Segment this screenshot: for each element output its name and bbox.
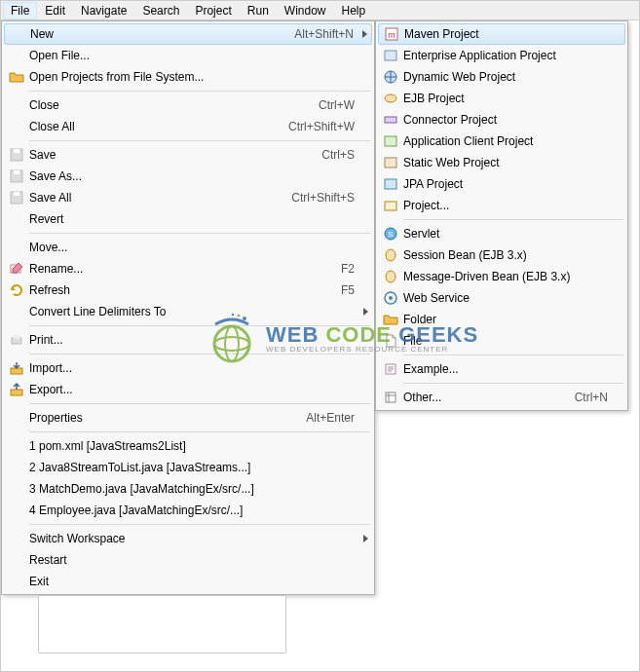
refresh-icon xyxy=(4,282,29,298)
connector-icon xyxy=(378,112,403,128)
file-menu-item-close-all[interactable]: Close AllCtrl+Shift+W xyxy=(4,116,372,137)
file-menu-item-2-java8streamtolist-java-javastreams[interactable]: 2 Java8StreamToList.java [JavaStreams...… xyxy=(4,457,372,478)
menu-item-label: 2 Java8StreamToList.java [JavaStreams...… xyxy=(29,461,355,474)
menu-item-label: Web Service xyxy=(403,291,608,305)
new-menu-item-file[interactable]: File xyxy=(378,330,625,352)
file-menu-item-save-all[interactable]: Save AllCtrl+Shift+S xyxy=(4,187,372,208)
file-menu-item-properties[interactable]: PropertiesAlt+Enter xyxy=(4,407,372,429)
file-menu-item-switch-workspace[interactable]: Switch Workspace xyxy=(4,528,372,549)
menu-item-label: New xyxy=(30,27,275,41)
new-menu-item-folder[interactable]: Folder xyxy=(378,309,625,330)
file-menu-item-4-employee-java-javamatchingex-src[interactable]: 4 Employee.java [JavaMatchingEx/src/...] xyxy=(4,500,372,521)
file-menu-item-revert[interactable]: Revert xyxy=(4,208,372,230)
menubar-item-project[interactable]: Project xyxy=(187,2,239,19)
menu-separator xyxy=(403,219,623,220)
new-menu-item-dynamic-web-project[interactable]: Dynamic Web Project xyxy=(378,66,625,88)
file-menu-item-1-pom-xml-javastreams2list[interactable]: 1 pom.xml [JavaStreams2List] xyxy=(4,435,372,457)
menubar-item-navigate[interactable]: Navigate xyxy=(73,2,134,19)
menu-separator xyxy=(29,233,370,234)
new-menu-item-enterprise-application-project[interactable]: Enterprise Application Project xyxy=(378,45,625,66)
menu-item-shortcut: Ctrl+S xyxy=(321,148,355,162)
new-menu-item-ejb-project[interactable]: EJB Project xyxy=(378,88,625,109)
new-menu-item-application-client-project[interactable]: Application Client Project xyxy=(378,131,625,152)
panel xyxy=(38,595,286,653)
menu-separator xyxy=(29,325,370,326)
menu-item-label: Connector Project xyxy=(403,113,608,127)
menu-item-shortcut: Ctrl+N xyxy=(575,391,608,404)
menu-item-label: File xyxy=(403,334,608,348)
menu-item-label: Restart xyxy=(29,553,355,567)
new-menu-item-message-driven-bean-ejb-3-x[interactable]: Message-Driven Bean (EJB 3.x) xyxy=(378,266,625,287)
svg-rect-10 xyxy=(11,390,22,395)
new-menu-item-project[interactable]: Project... xyxy=(378,195,625,216)
folder-open-icon xyxy=(4,69,29,85)
file-menu-item-rename[interactable]: Rename...F2 xyxy=(4,258,372,280)
menubar-item-file[interactable]: File xyxy=(3,2,37,19)
file-menu-item-export[interactable]: Export... xyxy=(4,379,372,400)
menubar-item-help[interactable]: Help xyxy=(334,2,374,19)
menu-item-label: Maven Project xyxy=(404,27,607,41)
file-menu-item-refresh[interactable]: RefreshF5 xyxy=(4,280,372,301)
file-menu-item-3-matchdemo-java-javamatchingex-src[interactable]: 3 MatchDemo.java [JavaMatchingEx/src/...… xyxy=(4,478,372,500)
menu-item-shortcut: Alt+Shift+N xyxy=(294,27,354,41)
file-menu-item-import[interactable]: Import... xyxy=(4,357,372,379)
new-menu-item-servlet[interactable]: SServlet xyxy=(378,223,625,244)
new-menu-item-session-bean-ejb-3-x[interactable]: Session Bean (EJB 3.x) xyxy=(378,244,625,266)
menu-item-label: Export... xyxy=(29,383,355,396)
maven-icon: m xyxy=(379,26,404,42)
ejb-icon xyxy=(378,91,403,106)
file-menu-item-convert-line-delimiters-to[interactable]: Convert Line Delimiters To xyxy=(4,301,372,322)
menubar-item-run[interactable]: Run xyxy=(240,2,277,19)
new-menu-item-example[interactable]: Example... xyxy=(378,358,625,380)
new-menu-item-web-service[interactable]: Web Service xyxy=(378,287,625,309)
file-menu-item-open-file[interactable]: Open File... xyxy=(4,45,372,66)
menu-separator xyxy=(403,383,623,384)
new-menu-item-jpa-project[interactable]: JPA Project xyxy=(378,173,625,195)
svg-point-15 xyxy=(385,94,396,102)
svg-point-23 xyxy=(386,249,395,261)
menu-item-label: Open Projects from File System... xyxy=(29,70,355,84)
menubar-item-edit[interactable]: Edit xyxy=(37,2,73,19)
save-disabled-icon xyxy=(4,147,29,163)
menu-item-label: Project... xyxy=(403,199,608,212)
menu-item-shortcut: Ctrl+W xyxy=(319,98,355,112)
file-menu-item-open-projects-from-file-system[interactable]: Open Projects from File System... xyxy=(4,66,372,88)
file-menu-item-print[interactable]: Print... xyxy=(4,329,372,351)
menu-item-label: Open File... xyxy=(29,49,355,62)
svg-rect-28 xyxy=(386,392,395,402)
svg-rect-17 xyxy=(385,136,396,146)
file-menu-item-new[interactable]: NewAlt+Shift+N xyxy=(4,23,372,45)
webservice-icon xyxy=(378,290,403,306)
project-icon xyxy=(378,198,403,213)
new-menu-item-other[interactable]: Other...Ctrl+N xyxy=(378,387,625,408)
menubar-item-window[interactable]: Window xyxy=(277,2,334,19)
file-menu-item-restart[interactable]: Restart xyxy=(4,549,372,571)
file-menu-item-close[interactable]: CloseCtrl+W xyxy=(4,94,372,116)
menu-item-shortcut: Ctrl+Shift+W xyxy=(288,120,355,133)
menu-item-label: Properties xyxy=(29,411,286,425)
svg-rect-13 xyxy=(385,51,396,60)
file-menu-item-move[interactable]: Move... xyxy=(4,237,372,258)
submenu-arrow-icon xyxy=(363,308,368,316)
file-menu-item-exit[interactable]: Exit xyxy=(4,571,372,592)
menu-item-label: Rename... xyxy=(29,262,321,276)
new-menu-item-static-web-project[interactable]: Static Web Project xyxy=(378,152,625,173)
new-menu-item-connector-project[interactable]: Connector Project xyxy=(378,109,625,131)
menu-item-label: Enterprise Application Project xyxy=(403,49,608,62)
svg-text:m: m xyxy=(388,30,395,40)
file-menu-item-save[interactable]: SaveCtrl+S xyxy=(4,144,372,166)
menubar-item-search[interactable]: Search xyxy=(134,2,187,19)
svg-rect-19 xyxy=(385,179,396,189)
file-menu-item-save-as[interactable]: Save As... xyxy=(4,166,372,187)
print-disabled-icon xyxy=(4,332,29,348)
folder-icon xyxy=(378,312,403,327)
menu-item-shortcut: Ctrl+Shift+S xyxy=(291,191,355,205)
menu-item-label: 1 pom.xml [JavaStreams2List] xyxy=(29,439,355,453)
svg-rect-5 xyxy=(14,192,19,196)
menu-separator xyxy=(403,355,623,355)
save-disabled-icon xyxy=(4,190,29,205)
new-menu-item-maven-project[interactable]: mMaven Project xyxy=(378,23,625,45)
menu-item-label: Application Client Project xyxy=(403,134,608,148)
menu-item-shortcut: Alt+Enter xyxy=(306,411,355,425)
menu-separator xyxy=(29,91,370,92)
